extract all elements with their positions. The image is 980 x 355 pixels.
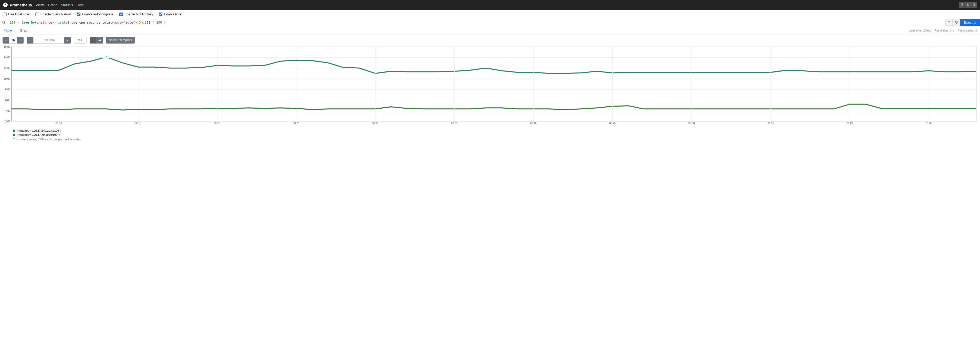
nav-alerts[interactable]: Alerts <box>36 3 45 7</box>
query-stats: Load time: 108ms Resolution: 14s Result … <box>908 29 980 32</box>
plus-icon: + <box>19 38 21 42</box>
gridline-v <box>217 47 218 121</box>
svg-line-2 <box>4 23 5 24</box>
x-tick: 00:40 <box>530 122 537 125</box>
chart: 2.004.006.008.0010.0012.0014.0016.00 00:… <box>3 47 977 126</box>
minus-icon: − <box>5 38 7 42</box>
globe-button[interactable] <box>953 19 960 26</box>
nav-status[interactable]: Status ▾ <box>61 3 73 7</box>
range-group: − + <box>3 37 24 43</box>
nav-graph[interactable]: Graph <box>48 3 57 7</box>
series-line[interactable] <box>11 57 976 73</box>
option-0[interactable]: Use local time <box>3 12 29 16</box>
option-2[interactable]: Enable autocomplete <box>77 12 113 16</box>
execute-button[interactable]: Execute <box>960 19 980 26</box>
x-tick: 00:25 <box>293 122 299 125</box>
stacked-chart-button[interactable] <box>96 37 103 43</box>
legend-swatch <box>13 130 15 132</box>
contrast-button[interactable] <box>971 2 977 8</box>
legend-label: {instance="195.17.140.203:9100"} <box>17 129 62 132</box>
range-input[interactable] <box>9 37 17 43</box>
option-label: Enable query history <box>40 12 71 16</box>
expression-input[interactable]: 100 - (avg by(instance) (irate(node_cpu_… <box>8 19 945 26</box>
time-forward-button[interactable]: › <box>64 37 71 43</box>
time-back-button[interactable]: ‹ <box>27 37 33 43</box>
y-tick: 12.00 <box>4 67 10 69</box>
option-checkbox[interactable] <box>35 13 39 16</box>
gridline-v <box>138 47 138 121</box>
option-checkbox[interactable] <box>159 13 162 16</box>
y-axis: 2.004.006.008.0010.0012.0014.0016.00 <box>3 47 11 121</box>
x-tick: 00:30 <box>372 122 378 125</box>
y-tick: 14.00 <box>4 56 10 59</box>
range-decrease-button[interactable]: − <box>3 37 9 43</box>
legend-item[interactable]: {instance="195.17.140.203:9100"} <box>13 129 977 133</box>
time-nav-group: ‹ › <box>27 37 71 43</box>
settings-button[interactable] <box>959 2 965 8</box>
navbar-left: Prometheus Alerts Graph Status ▾ Help <box>3 3 83 7</box>
brand-text: Prometheus <box>10 3 32 7</box>
legend-item[interactable]: {instance="195.17.70.102:9100"} <box>13 133 977 137</box>
tab-table[interactable]: Table <box>0 26 16 35</box>
gridline-v <box>612 47 613 121</box>
option-label: Use local time <box>8 12 29 16</box>
query-row: 100 - (avg by(instance) (irate(node_cpu_… <box>0 19 980 26</box>
gridline-v <box>59 47 59 121</box>
theme-button[interactable] <box>965 2 971 8</box>
option-3[interactable]: Enable highlighting <box>119 12 153 16</box>
show-exemplars-button[interactable]: Show Exemplars <box>106 37 135 43</box>
format-button[interactable] <box>945 19 953 26</box>
option-checkbox[interactable] <box>119 13 123 16</box>
gridline-v <box>296 47 296 121</box>
contrast-icon <box>972 3 976 7</box>
plot-area[interactable] <box>11 47 977 121</box>
tab-graph[interactable]: Graph <box>16 26 33 35</box>
svg-point-1 <box>3 21 5 23</box>
x-tick: 00:15 <box>135 122 141 125</box>
legend-label: {instance="195.17.70.102:9100"} <box>17 133 60 136</box>
x-tick: 00:55 <box>767 122 774 125</box>
y-tick: 8.00 <box>5 88 10 91</box>
resolution-input[interactable] <box>74 37 87 43</box>
chevron-left-icon: ‹ <box>29 38 30 42</box>
nav-help[interactable]: Help <box>77 3 84 7</box>
x-tick: 01:05 <box>926 122 932 125</box>
x-axis: 00:1000:1500:2000:2500:3000:3500:4000:45… <box>11 122 977 126</box>
gridline-v <box>692 47 692 121</box>
gear-icon <box>960 3 963 7</box>
end-time-input[interactable] <box>33 37 64 43</box>
y-tick: 6.00 <box>5 99 10 102</box>
range-increase-button[interactable]: + <box>17 37 24 43</box>
legend: {instance="195.17.140.203:9100"}{instanc… <box>0 126 980 141</box>
line-chart-button[interactable] <box>90 37 96 43</box>
legend-hint: Click: select series, CMD + click: toggl… <box>13 138 977 141</box>
option-label: Enable autocomplete <box>82 12 113 16</box>
option-checkbox[interactable] <box>3 13 7 16</box>
gridline-h <box>11 89 976 90</box>
y-tick: 2.00 <box>5 120 10 123</box>
meta-row: Table Graph Load time: 108ms Resolution:… <box>0 26 980 35</box>
y-tick: 4.00 <box>5 109 10 112</box>
area-chart-icon <box>98 38 101 42</box>
chevron-right-icon: › <box>67 38 68 42</box>
caret-down-icon: ▾ <box>72 3 73 7</box>
y-tick: 10.00 <box>4 77 10 80</box>
line-chart-icon <box>91 38 94 42</box>
option-checkbox[interactable] <box>77 13 80 16</box>
gridline-v <box>770 47 771 121</box>
globe-icon <box>955 21 958 25</box>
y-tick: 16.00 <box>4 45 10 48</box>
brand[interactable]: Prometheus <box>3 3 32 7</box>
x-tick: 00:20 <box>214 122 220 125</box>
option-1[interactable]: Enable query history <box>35 12 71 16</box>
gridline-v <box>375 47 375 121</box>
option-label: Enable linter <box>164 12 182 16</box>
legend-swatch <box>13 134 15 136</box>
x-tick: 00:45 <box>609 122 616 125</box>
stat-series: Result series: 2 <box>958 29 977 32</box>
query-buttons: Execute <box>945 19 980 26</box>
moon-icon <box>966 3 969 7</box>
option-4[interactable]: Enable linter <box>159 12 182 16</box>
search-icon <box>0 19 8 26</box>
series-line[interactable] <box>11 104 976 110</box>
